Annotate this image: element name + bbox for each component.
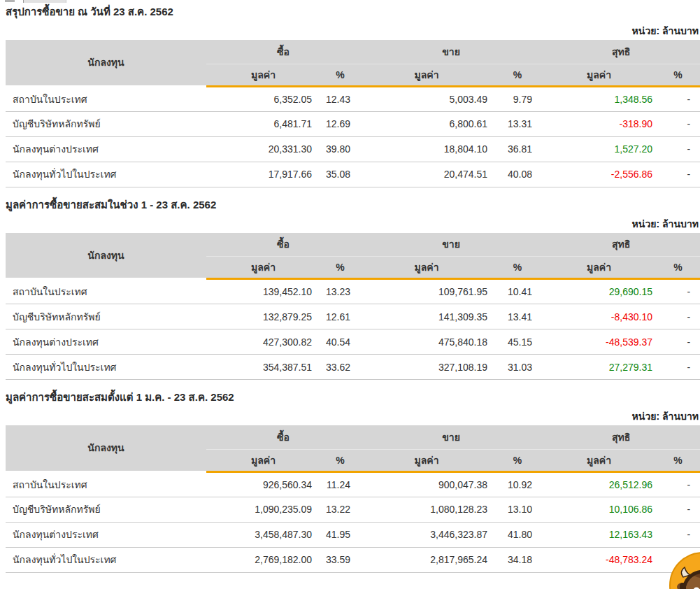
net-value-cell: -48,783.24 [542,547,656,572]
buy-percent-cell: 13.22 [320,497,360,522]
investor-type-table: นักลงทุน ซื้อ ขาย สุทธิ มูลค่า % มูลค่า … [6,425,700,573]
col-header-net-value: มูลค่า [542,449,656,471]
buy-percent-cell: 13.23 [320,279,360,304]
sell-value-cell: 327,108.19 [360,355,493,380]
bull-headphones-mascot-icon [669,552,700,589]
col-header-sell-value: มูลค่า [360,257,493,279]
sell-value-cell: 900,047.38 [360,471,493,497]
table-row: บัญชีบริษัทหลักทรัพย์ 1,090,235.09 13.22… [6,497,700,522]
buy-percent-cell: 35.08 [320,162,360,187]
daily-summary-section: สรุปการซื้อขาย ณ วันที่ 23 ส.ค. 2562 หน่… [0,6,700,187]
investor-name-cell: นักลงทุนต่างประเทศ [6,329,206,355]
unit-label: หน่วย: ล้านบาท [6,25,700,36]
section-title: มูลค่าการซื้อขายสะสมในช่วง 1 - 23 ส.ค. 2… [6,199,700,211]
investor-name-cell: นักลงทุนทั่วไปในประเทศ [6,355,206,380]
col-header-sell-value: มูลค่า [360,64,493,86]
sell-percent-cell: 31.03 [493,355,542,380]
table-row: บัญชีบริษัทหลักทรัพย์ 132,879.25 12.61 1… [6,304,700,329]
unit-label: หน่วย: ล้านบาท [6,218,700,229]
section-title: สรุปการซื้อขาย ณ วันที่ 23 ส.ค. 2562 [6,6,700,18]
unit-label: หน่วย: ล้านบาท [6,411,700,422]
buy-percent-cell: 12.43 [320,86,360,111]
col-header-sell-value: มูลค่า [360,449,493,471]
month-to-date-section: มูลค่าการซื้อขายสะสมในช่วง 1 - 23 ส.ค. 2… [0,199,700,381]
buy-value-cell: 926,560.34 [206,471,320,497]
net-value-cell: -48,539.37 [542,329,656,355]
buy-value-cell: 6,481.71 [206,111,320,136]
sell-percent-cell: 10.41 [493,279,542,304]
col-header-net: สุทธิ [542,425,700,449]
buy-value-cell: 2,769,182.00 [206,547,320,572]
col-header-buy-value: มูลค่า [206,449,320,471]
net-value-cell: -318.90 [542,111,656,136]
investor-name-cell: บัญชีบริษัทหลักทรัพย์ [6,304,206,329]
net-value-cell: 1,527.20 [542,136,656,162]
investor-name-cell: บัญชีบริษัทหลักทรัพย์ [6,497,206,522]
buy-percent-cell: 40.54 [320,329,360,355]
table-row: นักลงทุนต่างประเทศ 427,300.82 40.54 475,… [6,329,700,355]
net-percent-cell: - [656,111,700,136]
table-row: สถาบันในประเทศ 926,560.34 11.24 900,047.… [6,471,700,497]
investor-type-table: นักลงทุน ซื้อ ขาย สุทธิ มูลค่า % มูลค่า … [6,40,700,187]
investor-name-cell: นักลงทุนต่างประเทศ [6,136,206,162]
sell-value-cell: 2,817,965.24 [360,547,493,572]
year-to-date-section: มูลค่าการซื้อขายสะสมตั้งแต่ 1 ม.ค. - 23 … [0,391,700,573]
col-header-buy: ซื้อ [206,40,360,64]
col-header-sell-percent: % [493,64,542,86]
net-value-cell: -8,430.10 [542,304,656,329]
net-percent-cell: - [656,355,700,380]
col-header-net: สุทธิ [542,233,700,257]
col-header-investor: นักลงทุน [6,425,206,471]
table-row: สถาบันในประเทศ 139,452.10 13.23 109,761.… [6,279,700,304]
net-percent-cell: - [656,86,700,111]
col-header-buy: ซื้อ [206,233,360,257]
net-value-cell: 10,106.86 [542,497,656,522]
table-row: นักลงทุนทั่วไปในประเทศ 354,387.51 33.62 … [6,355,700,380]
net-percent-cell: - [656,471,700,497]
net-percent-cell: - [656,279,700,304]
buy-percent-cell: 12.69 [320,111,360,136]
sell-percent-cell: 13.31 [493,111,542,136]
sell-percent-cell: 41.80 [493,522,542,547]
col-header-buy-percent: % [320,64,360,86]
table-row: นักลงทุนทั่วไปในประเทศ 2,769,182.00 33.5… [6,547,700,572]
chatbot-mascot-button[interactable] [669,552,700,589]
net-percent-cell: - [656,304,700,329]
net-percent-cell: - [656,162,700,187]
sell-value-cell: 475,840.18 [360,329,493,355]
net-percent-cell: - [656,522,700,547]
sell-percent-cell: 13.10 [493,497,542,522]
col-header-net-value: มูลค่า [542,64,656,86]
section-title: มูลค่าการซื้อขายสะสมตั้งแต่ 1 ม.ค. - 23 … [6,391,700,404]
col-header-net: สุทธิ [542,40,700,64]
buy-value-cell: 6,352.05 [206,86,320,111]
buy-value-cell: 139,452.10 [206,279,320,304]
net-value-cell: 27,279.31 [542,355,656,380]
net-percent-cell: - [656,136,700,162]
net-value-cell: 26,512.96 [542,471,656,497]
investor-name-cell: สถาบันในประเทศ [6,279,206,304]
col-header-sell: ขาย [360,233,542,257]
net-value-cell: -2,556.86 [542,162,656,187]
cut-off-tab-fragment [23,0,66,3]
investor-name-cell: นักลงทุนทั่วไปในประเทศ [6,547,206,572]
sell-value-cell: 5,003.49 [360,86,493,111]
col-header-net-percent: % [656,257,700,279]
cut-off-tab-fragment [5,0,15,2]
buy-percent-cell: 33.62 [320,355,360,380]
table-row: นักลงทุนต่างประเทศ 20,331.30 39.80 18,80… [6,136,700,162]
buy-value-cell: 17,917.66 [206,162,320,187]
col-header-sell: ขาย [360,40,542,64]
buy-value-cell: 354,387.51 [206,355,320,380]
buy-percent-cell: 41.95 [320,522,360,547]
net-percent-cell: - [656,497,700,522]
sell-value-cell: 6,800.61 [360,111,493,136]
col-header-investor: นักลงทุน [6,40,206,86]
col-header-sell-percent: % [493,257,542,279]
col-header-investor: นักลงทุน [6,233,206,279]
buy-value-cell: 427,300.82 [206,329,320,355]
investor-name-cell: สถาบันในประเทศ [6,86,206,111]
net-value-cell: 29,690.15 [542,279,656,304]
sell-percent-cell: 34.18 [493,547,542,572]
buy-percent-cell: 33.59 [320,547,360,572]
